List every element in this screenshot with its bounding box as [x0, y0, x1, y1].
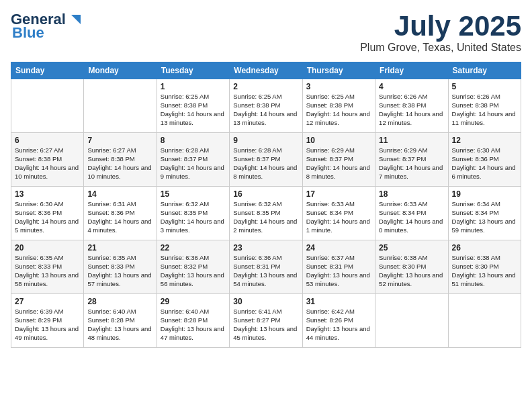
day-detail: Sunrise: 6:28 AMSunset: 8:37 PMDaylight:…	[233, 146, 298, 181]
day-number: 17	[306, 189, 371, 199]
day-number: 19	[452, 189, 517, 199]
day-number: 22	[161, 243, 226, 253]
calendar-cell: 8Sunrise: 6:28 AMSunset: 8:37 PMDaylight…	[157, 133, 229, 187]
day-number: 10	[306, 136, 371, 145]
day-of-week-header: Wednesday	[230, 62, 302, 79]
day-detail: Sunrise: 6:30 AMSunset: 8:36 PMDaylight:…	[452, 146, 517, 181]
logo-triangle-icon	[67, 12, 82, 27]
calendar-cell: 3Sunrise: 6:25 AMSunset: 8:38 PMDaylight…	[302, 79, 375, 133]
day-number: 9	[233, 136, 298, 145]
calendar-cell: 17Sunrise: 6:33 AMSunset: 8:34 PMDayligh…	[302, 187, 375, 240]
day-detail: Sunrise: 6:38 AMSunset: 8:30 PMDaylight:…	[379, 254, 444, 288]
calendar-cell	[84, 79, 157, 133]
calendar-cell: 28Sunrise: 6:40 AMSunset: 8:28 PMDayligh…	[84, 294, 157, 348]
day-detail: Sunrise: 6:30 AMSunset: 8:36 PMDaylight:…	[15, 200, 80, 234]
calendar-cell: 25Sunrise: 6:38 AMSunset: 8:30 PMDayligh…	[375, 240, 448, 294]
day-number: 4	[379, 82, 444, 91]
day-number: 5	[452, 82, 517, 91]
calendar-cell: 19Sunrise: 6:34 AMSunset: 8:34 PMDayligh…	[448, 187, 521, 240]
calendar-cell: 26Sunrise: 6:38 AMSunset: 8:30 PMDayligh…	[448, 240, 521, 294]
day-number: 3	[306, 82, 371, 91]
calendar-cell	[448, 294, 521, 348]
calendar-week-row: 13Sunrise: 6:30 AMSunset: 8:36 PMDayligh…	[11, 187, 521, 240]
calendar-cell: 7Sunrise: 6:27 AMSunset: 8:38 PMDaylight…	[84, 133, 157, 187]
day-of-week-header: Sunday	[11, 62, 84, 79]
day-detail: Sunrise: 6:34 AMSunset: 8:34 PMDaylight:…	[452, 200, 517, 234]
calendar-week-row: 6Sunrise: 6:27 AMSunset: 8:38 PMDaylight…	[11, 133, 521, 187]
day-number: 15	[161, 189, 226, 199]
day-detail: Sunrise: 6:29 AMSunset: 8:37 PMDaylight:…	[379, 146, 444, 181]
day-detail: Sunrise: 6:37 AMSunset: 8:31 PMDaylight:…	[306, 254, 371, 288]
calendar-cell: 2Sunrise: 6:25 AMSunset: 8:38 PMDaylight…	[230, 79, 302, 133]
day-detail: Sunrise: 6:27 AMSunset: 8:38 PMDaylight:…	[15, 146, 80, 181]
logo: General Blue	[11, 11, 82, 42]
day-number: 14	[87, 189, 152, 199]
calendar-cell: 15Sunrise: 6:32 AMSunset: 8:35 PMDayligh…	[157, 187, 229, 240]
day-detail: Sunrise: 6:39 AMSunset: 8:29 PMDaylight:…	[15, 308, 80, 342]
day-number: 1	[161, 82, 226, 91]
day-number: 27	[15, 297, 80, 306]
calendar-week-row: 20Sunrise: 6:35 AMSunset: 8:33 PMDayligh…	[11, 240, 521, 294]
day-detail: Sunrise: 6:40 AMSunset: 8:28 PMDaylight:…	[161, 308, 226, 342]
calendar-header-row: SundayMondayTuesdayWednesdayThursdayFrid…	[11, 62, 521, 79]
day-detail: Sunrise: 6:25 AMSunset: 8:38 PMDaylight:…	[161, 93, 226, 127]
day-detail: Sunrise: 6:27 AMSunset: 8:38 PMDaylight:…	[87, 146, 152, 181]
calendar-cell: 31Sunrise: 6:42 AMSunset: 8:26 PMDayligh…	[302, 294, 375, 348]
day-detail: Sunrise: 6:28 AMSunset: 8:37 PMDaylight:…	[161, 146, 226, 181]
calendar-cell: 9Sunrise: 6:28 AMSunset: 8:37 PMDaylight…	[230, 133, 302, 187]
day-detail: Sunrise: 6:42 AMSunset: 8:26 PMDaylight:…	[306, 308, 371, 342]
calendar-cell: 11Sunrise: 6:29 AMSunset: 8:37 PMDayligh…	[375, 133, 448, 187]
day-number: 31	[306, 297, 371, 306]
calendar-cell: 27Sunrise: 6:39 AMSunset: 8:29 PMDayligh…	[11, 294, 84, 348]
calendar-title: July 2025	[360, 11, 521, 42]
calendar-cell: 5Sunrise: 6:26 AMSunset: 8:38 PMDaylight…	[448, 79, 521, 133]
calendar-cell	[375, 294, 448, 348]
day-number: 6	[15, 136, 80, 145]
calendar-week-row: 1Sunrise: 6:25 AMSunset: 8:38 PMDaylight…	[11, 79, 521, 133]
day-number: 13	[15, 189, 80, 199]
day-detail: Sunrise: 6:26 AMSunset: 8:38 PMDaylight:…	[452, 93, 517, 127]
day-detail: Sunrise: 6:36 AMSunset: 8:31 PMDaylight:…	[233, 254, 298, 288]
calendar-table: SundayMondayTuesdayWednesdayThursdayFrid…	[11, 62, 521, 348]
day-number: 26	[452, 243, 517, 253]
day-number: 8	[161, 136, 226, 145]
calendar-cell: 20Sunrise: 6:35 AMSunset: 8:33 PMDayligh…	[11, 240, 84, 294]
day-number: 20	[15, 243, 80, 253]
day-detail: Sunrise: 6:26 AMSunset: 8:38 PMDaylight:…	[379, 93, 444, 127]
day-detail: Sunrise: 6:35 AMSunset: 8:33 PMDaylight:…	[87, 254, 152, 288]
day-detail: Sunrise: 6:38 AMSunset: 8:30 PMDaylight:…	[452, 254, 517, 288]
day-number: 18	[379, 189, 444, 199]
day-detail: Sunrise: 6:41 AMSunset: 8:27 PMDaylight:…	[233, 308, 298, 342]
calendar-cell: 1Sunrise: 6:25 AMSunset: 8:38 PMDaylight…	[157, 79, 229, 133]
day-detail: Sunrise: 6:35 AMSunset: 8:33 PMDaylight:…	[15, 254, 80, 288]
day-number: 30	[233, 297, 298, 306]
day-of-week-header: Thursday	[302, 62, 375, 79]
day-number: 23	[233, 243, 298, 253]
day-detail: Sunrise: 6:31 AMSunset: 8:36 PMDaylight:…	[87, 200, 152, 234]
calendar-cell: 18Sunrise: 6:33 AMSunset: 8:34 PMDayligh…	[375, 187, 448, 240]
calendar-cell: 21Sunrise: 6:35 AMSunset: 8:33 PMDayligh…	[84, 240, 157, 294]
day-number: 16	[233, 189, 298, 199]
day-number: 2	[233, 82, 298, 91]
day-of-week-header: Tuesday	[157, 62, 229, 79]
calendar-cell: 6Sunrise: 6:27 AMSunset: 8:38 PMDaylight…	[11, 133, 84, 187]
calendar-cell: 13Sunrise: 6:30 AMSunset: 8:36 PMDayligh…	[11, 187, 84, 240]
day-number: 29	[161, 297, 226, 306]
day-detail: Sunrise: 6:32 AMSunset: 8:35 PMDaylight:…	[161, 200, 226, 234]
day-number: 21	[87, 243, 152, 253]
day-number: 12	[452, 136, 517, 145]
calendar-subtitle: Plum Grove, Texas, United States	[360, 42, 521, 54]
day-detail: Sunrise: 6:33 AMSunset: 8:34 PMDaylight:…	[306, 200, 371, 234]
title-block: July 2025 Plum Grove, Texas, United Stat…	[360, 11, 521, 54]
calendar-cell	[11, 79, 84, 133]
day-number: 28	[87, 297, 152, 306]
day-detail: Sunrise: 6:25 AMSunset: 8:38 PMDaylight:…	[306, 93, 371, 127]
day-detail: Sunrise: 6:29 AMSunset: 8:37 PMDaylight:…	[306, 146, 371, 181]
day-detail: Sunrise: 6:25 AMSunset: 8:38 PMDaylight:…	[233, 93, 298, 127]
calendar-cell: 29Sunrise: 6:40 AMSunset: 8:28 PMDayligh…	[157, 294, 229, 348]
day-detail: Sunrise: 6:40 AMSunset: 8:28 PMDaylight:…	[87, 308, 152, 342]
day-of-week-header: Monday	[84, 62, 157, 79]
day-of-week-header: Friday	[375, 62, 448, 79]
calendar-cell: 23Sunrise: 6:36 AMSunset: 8:31 PMDayligh…	[230, 240, 302, 294]
day-number: 24	[306, 243, 371, 253]
